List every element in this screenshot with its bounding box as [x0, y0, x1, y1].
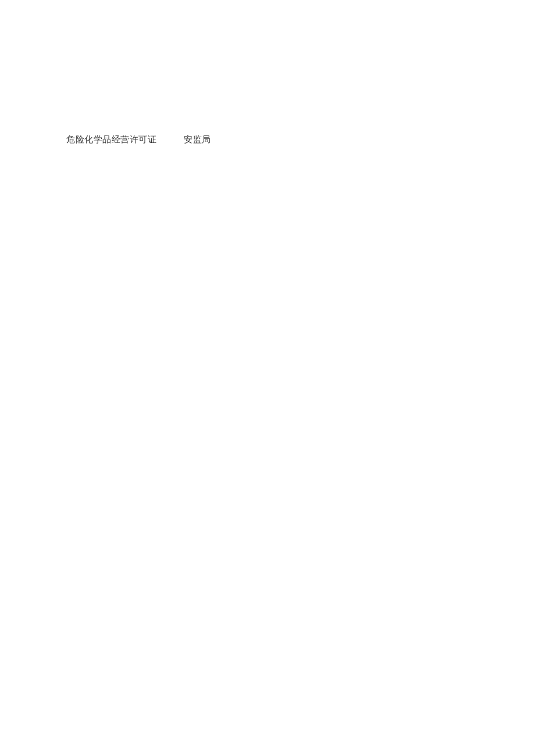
authority-text: 安监局 — [184, 135, 211, 144]
document-body: 危险化学品经营许可证 安监局 — [66, 134, 242, 146]
permit-name-cell: 危险化学品经营许可证 — [66, 134, 159, 146]
permit-name-text: 危险化学品经营许可证 — [66, 135, 156, 144]
authority-cell: 安监局 — [184, 134, 242, 146]
